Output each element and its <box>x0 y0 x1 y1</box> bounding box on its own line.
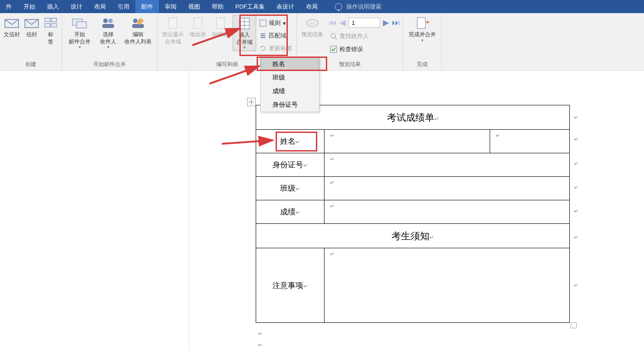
btn-label: 更新标签 <box>269 44 292 52</box>
paragraph-mark: ↵ <box>258 342 262 348</box>
value-cell[interactable]: ↵ <box>490 130 570 153</box>
edit-recipient-list-button[interactable]: 编辑 收件人列表 <box>122 15 154 45</box>
tell-me-label: 操作说明搜索 <box>346 3 382 11</box>
btn-label: 匹配域 <box>269 32 286 40</box>
label-cell-idnumber[interactable]: 身份证号↵ <box>256 153 324 177</box>
tab-mailings[interactable]: 邮件 <box>135 0 159 13</box>
rules-button[interactable]: 规则 ▾ <box>258 19 294 28</box>
tab-file[interactable]: 件 <box>0 0 18 13</box>
paragraph-mark: ↵ <box>574 136 578 142</box>
value-cell[interactable]: ↵ <box>324 177 570 200</box>
document-table[interactable]: 考试成绩单↵ 姓名↵ ↵ ↵ 身份证号↵ ↵ 班级↵ ↵ 成绩↵ ↵ 考生须知↵… <box>256 105 570 323</box>
page-icon <box>213 16 228 30</box>
table-field-icon <box>237 17 252 30</box>
tab-table-design[interactable]: 表设计 <box>271 0 300 13</box>
table-section-title-cell[interactable]: 考生须知↵ <box>256 224 570 248</box>
chinese-envelope-button[interactable]: 文信封 <box>3 15 21 38</box>
paragraph-mark: ↵ <box>574 161 578 167</box>
btn-label: 规则 <box>269 19 281 27</box>
tab-pdf-tools[interactable]: PDF工具集 <box>229 0 271 13</box>
ribbon: 文信封 信封 标 签 创建 开始 邮件合并▾ 选择 收件人▾ <box>0 13 644 71</box>
envelope-icon <box>4 16 19 30</box>
dropdown-item-idnumber[interactable]: 身份证号 <box>261 98 319 112</box>
chevron-down-icon: ▾ <box>283 20 286 27</box>
insert-merge-field-button[interactable]: 插入 合并域▾ <box>233 15 256 51</box>
dropdown-item-score[interactable]: 成绩 <box>261 85 319 98</box>
tab-layout[interactable]: 布局 <box>88 0 112 13</box>
svg-rect-15 <box>194 18 202 28</box>
select-recipients-button[interactable]: 选择 收件人▾ <box>96 15 120 50</box>
ribbon-group-start: 开始 邮件合并▾ 选择 收件人▾ 编辑 收件人列表 开始邮件合并 <box>62 13 157 70</box>
chevron-down-icon: ▾ <box>79 45 81 50</box>
finish-merge-button[interactable]: 完成并合并 ▾ <box>406 15 439 43</box>
dropdown-item-name[interactable]: 姓名 <box>261 57 319 71</box>
value-cell[interactable]: ↵ <box>324 248 570 323</box>
ribbon-group-finish: 完成并合并 ▾ 完成 <box>403 13 442 70</box>
btn-label: 选择 收件人 <box>100 31 116 45</box>
btn-label: 标 签 <box>48 31 53 45</box>
start-mail-merge-button[interactable]: 开始 邮件合并▾ <box>65 15 95 50</box>
btn-label: 地址块 <box>190 31 206 38</box>
value-cell[interactable]: ↵ <box>324 130 490 153</box>
group-label: 完成 <box>406 59 439 70</box>
tab-design[interactable]: 设计 <box>65 0 88 13</box>
tell-me-search[interactable]: 操作说明搜索 <box>335 3 382 11</box>
svg-rect-4 <box>45 24 50 27</box>
next-record-button[interactable]: ▶ <box>382 18 390 28</box>
check-icon <box>330 46 337 53</box>
check-errors-button[interactable]: 检查错误 <box>329 45 400 54</box>
last-record-button[interactable]: ⏭ <box>392 18 400 28</box>
record-number-input[interactable] <box>348 18 380 28</box>
btn-label: 文信封 <box>4 31 20 38</box>
tab-review[interactable]: 审阅 <box>159 0 182 13</box>
labels-button[interactable]: 标 签 <box>43 15 59 45</box>
table-resize-handle[interactable] <box>571 322 577 328</box>
highlight-merge-fields-button[interactable]: 突出显示 合并域 <box>160 15 186 45</box>
first-record-button[interactable]: ⏮ <box>329 18 337 28</box>
chevron-down-icon: ▾ <box>107 45 110 50</box>
paragraph-mark: ↵ <box>574 184 578 191</box>
tab-view[interactable]: 视图 <box>182 0 206 13</box>
svg-rect-21 <box>260 20 266 26</box>
envelope-button[interactable]: 信封 <box>23 15 41 38</box>
update-labels-button[interactable]: 更新标签 <box>258 44 294 53</box>
tab-home[interactable]: 开始 <box>18 0 41 13</box>
cell-label: 注意事项 <box>272 281 303 290</box>
greeting-line-button[interactable]: 问候语 <box>210 15 231 38</box>
group-label: 创建 <box>3 59 59 70</box>
label-cell-name[interactable]: 姓名↵ <box>256 130 324 153</box>
svg-text:ABC: ABC <box>308 21 317 26</box>
tab-help[interactable]: 帮助 <box>206 0 229 13</box>
chevron-down-icon: ▾ <box>421 38 424 43</box>
preview-results-button[interactable]: ABC 预览结果 <box>300 15 325 38</box>
cell-label: 成绩 <box>280 208 296 216</box>
label-cell-notes[interactable]: 注意事项↵ <box>256 248 324 323</box>
value-cell[interactable]: ↵ <box>324 153 570 177</box>
svg-point-9 <box>108 19 113 23</box>
find-recipient-button[interactable]: 查找收件人 <box>329 32 400 41</box>
prev-record-button[interactable]: ◀ <box>339 18 347 28</box>
svg-point-8 <box>103 19 108 23</box>
btn-label: 信封 <box>26 31 37 38</box>
label-cell-score[interactable]: 成绩↵ <box>256 200 324 224</box>
dropdown-item-class[interactable]: 班级 <box>261 71 319 85</box>
address-block-button[interactable]: 地址块 <box>187 15 208 38</box>
tab-references[interactable]: 引用 <box>112 0 135 13</box>
cell-label: 班级 <box>280 184 296 193</box>
refresh-icon <box>259 45 267 52</box>
tab-table-layout[interactable]: 布局 <box>300 0 324 13</box>
table-move-handle[interactable] <box>247 98 256 106</box>
match-fields-button[interactable]: 匹配域 <box>258 31 294 40</box>
svg-rect-14 <box>169 18 177 28</box>
btn-label: 完成并合并 <box>409 31 436 38</box>
svg-rect-13 <box>132 24 144 28</box>
tab-insert[interactable]: 插入 <box>41 0 65 13</box>
svg-line-25 <box>335 38 337 39</box>
label-cell-class[interactable]: 班级↵ <box>256 177 324 200</box>
value-cell[interactable]: ↵ <box>324 200 570 224</box>
finish-icon <box>415 16 430 30</box>
paragraph-mark: ↵ <box>574 234 578 241</box>
btn-label: 查找收件人 <box>339 32 369 40</box>
paragraph-mark: ↵ <box>574 114 578 121</box>
insert-merge-field-dropdown: 姓名 班级 成绩 身份证号 <box>260 57 320 112</box>
